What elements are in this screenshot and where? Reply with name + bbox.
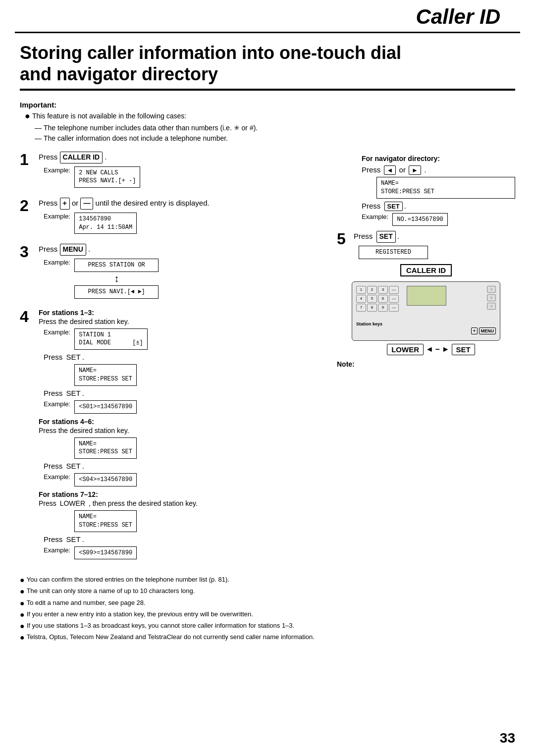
device-diagram: 1 2 3 — 4 5 6 — 7 8 9 — [352, 281, 500, 341]
key-2: 2 [367, 286, 377, 294]
stations-4-6-label: For stations 4–6: [39, 418, 327, 426]
right-buttons: ○ ○ ○ [487, 286, 496, 310]
stations-4-6-lcd-example: NAME= STORE:PRESS SET [44, 437, 327, 459]
arr-left: ◄ [426, 345, 433, 354]
step-3-lcd-bottom: PRESS NAVI.[◄ ►] [74, 285, 159, 299]
stations-1-3-lcd: STATION 1 DIAL MODE [±] [74, 328, 148, 350]
note-bullet-icon: ● [20, 610, 25, 619]
step-2: 2 Press + or — until the desired entry i… [20, 198, 327, 237]
set1-lcd: NAME= STORE:PRESS SET [74, 364, 137, 386]
stations-7-12-lcd-example: NAME= STORE:PRESS SET [44, 510, 327, 532]
right-column: For navigator directory: Press ◄ or ► . … [337, 152, 515, 570]
bullet-icon: ● [25, 111, 30, 122]
nav-example: Example: NO.=134567890 [362, 213, 515, 226]
page-header: Caller ID [15, 0, 520, 33]
page-title: Storing caller information into one-touc… [20, 42, 515, 85]
stations-7-12: For stations 7–12: Press LOWER , then pr… [39, 490, 327, 559]
lower-btn: LOWER [387, 344, 424, 355]
step-2-example-label: Example: [44, 213, 70, 220]
note-items-section: ●You can confirm the stored entries on t… [20, 575, 515, 642]
step-5-lcd-box: REGISTERED [359, 246, 428, 259]
step-3-example-label: Example: [44, 259, 70, 266]
important-dash1: — The telephone number includes data oth… [35, 123, 515, 133]
key-dash2: — [389, 295, 399, 303]
set1-btn: SET [66, 353, 81, 361]
key-4: 4 [356, 295, 366, 303]
step-1-lcd: 2 NEW CALLS PRESS NAVI.[+ -] [74, 166, 140, 188]
device-btn-3: ○ [487, 303, 496, 310]
step-5-text: Press SET. [354, 231, 428, 243]
note-section: Note: [337, 360, 515, 368]
stations-7-12-sub: Press LOWER , then press the desired sta… [39, 499, 327, 507]
stations-1-3-sub: Press the desired station key. [39, 318, 327, 325]
minus-button-label: — [80, 198, 93, 210]
step-1-example: Example: 2 NEW CALLS PRESS NAVI.[+ -] [44, 166, 327, 188]
caller-id-label-row: CALLER ID [337, 264, 515, 279]
plus-menu-device-label: + MENU [471, 327, 496, 334]
stations-7-12-lcd: NAME= STORE:PRESS SET [74, 510, 137, 532]
nav-lcd: NAME= STORE:PRESS SET [376, 177, 515, 199]
plus-button-label: + [60, 198, 70, 210]
arr-right: ► [442, 345, 450, 354]
step-1-text: Press CALLER ID . [39, 152, 327, 163]
bottom-button-row: LOWER ◄ – ► SET [347, 344, 515, 355]
note-bullet-icon: ● [20, 633, 25, 642]
step-3-content: Press MENU . Example: PRESS STATION OR ↕… [39, 244, 327, 301]
step-1-number: 1 [20, 152, 34, 167]
step-5-lcd: REGISTERED [359, 246, 428, 259]
key-dash3: — [389, 304, 399, 312]
step-3-arrow: ↕ [114, 273, 119, 284]
set2-press-row: Press SET. [44, 389, 327, 397]
step-1-content: Press CALLER ID . Example: 2 NEW CALLS P… [39, 152, 327, 191]
step-4-number: 4 [20, 309, 34, 324]
step-2-lcd: 134567890 Apr. 14 11:50AM [74, 213, 137, 234]
nav-example-label: Example: [362, 213, 388, 220]
key-3: 3 [378, 286, 388, 294]
stations-1-3-example: Example: STATION 1 DIAL MODE [±] [44, 328, 327, 350]
note-item: ●Telstra, Optus, Telecom New Zealand and… [20, 633, 515, 642]
note-item: ●To edit a name and number, see page 28. [20, 598, 515, 608]
two-col-layout: 1 Press CALLER ID . Example: 2 NEW CALLS… [20, 152, 515, 570]
stations-1-3-example-label: Example: [44, 328, 70, 336]
note-label: Note: [337, 360, 515, 368]
device-btn-1: ○ [487, 286, 496, 293]
step-3-text: Press MENU . [39, 244, 327, 256]
plus-device-btn: + [471, 327, 478, 334]
nav-left-btn: ◄ [384, 165, 396, 175]
note-item: ●You can confirm the stored entries on t… [20, 575, 515, 585]
stations-7-12-example-lcd: <S09>=134567890 [74, 546, 137, 560]
step-3: 3 Press MENU . Example: PRESS STATION OR… [20, 244, 327, 301]
page-title-section: Storing caller information into one-touc… [20, 42, 515, 91]
note-bullet-icon: ● [20, 587, 25, 596]
important-text: ● This feature is not available in the f… [25, 111, 515, 144]
set2-example: Example: <S01>=134567890 [44, 400, 327, 414]
key-9: 9 [378, 304, 388, 312]
stations-4-6-lcd: NAME= STORE:PRESS SET [74, 437, 137, 459]
nav-press-row: Press ◄ or ► . [362, 165, 515, 175]
key-7: 7 [356, 304, 366, 312]
nav-right-btn: ► [409, 165, 421, 175]
main-content: Important: ● This feature is not availab… [20, 96, 515, 575]
step-2-number: 2 [20, 198, 34, 214]
left-column: 1 Press CALLER ID . Example: 2 NEW CALLS… [20, 152, 327, 570]
set1-press-row: Press SET. [44, 353, 327, 361]
device-screen [407, 286, 446, 306]
stations-4-6-set-btn: SET [66, 462, 81, 470]
step-1-example-label: Example: [44, 166, 70, 174]
step-3-example: Example: PRESS STATION OR ↕ PRESS NAVI.[… [44, 259, 327, 299]
station-keys-device-label: Station keys [356, 322, 382, 326]
step-2-text: Press + or — until the desired entry is … [39, 198, 327, 210]
stations-4-6-sub: Press the desired station key. [39, 427, 327, 434]
step-2-content: Press + or — until the desired entry is … [39, 198, 327, 237]
stations-1-3-label: For stations 1–3: [39, 309, 327, 317]
menu-button-label: MENU [60, 244, 86, 256]
key-5: 5 [367, 295, 377, 303]
page-number: 33 [500, 730, 515, 746]
step-5: 5 Press SET. REGISTERED [337, 231, 515, 259]
nav-press-set-row: Press SET. [362, 202, 515, 211]
important-dash2: — The caller information does not includ… [35, 133, 515, 144]
key-dash: — [389, 286, 399, 294]
important-bullet: ● This feature is not available in the f… [25, 111, 515, 122]
nav-lcd-box: NAME= STORE:PRESS SET [376, 177, 515, 199]
step-5-content: Press SET. REGISTERED [354, 231, 428, 259]
